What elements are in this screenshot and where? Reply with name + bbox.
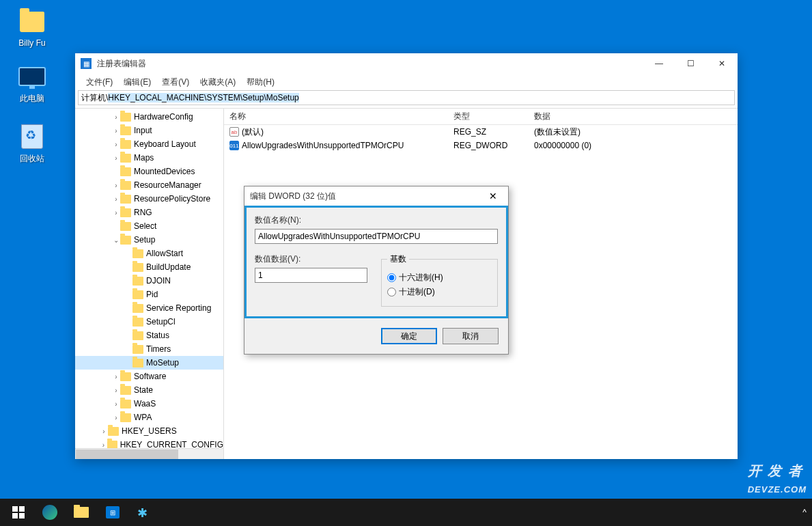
chevron-icon[interactable]: › xyxy=(112,414,120,421)
tree-node-input[interactable]: ›Input xyxy=(75,124,223,137)
value-type-icon: ab xyxy=(229,127,239,137)
system-tray[interactable]: ^ xyxy=(802,499,807,526)
radio-hex-row[interactable]: 十六进制(H) xyxy=(387,272,492,283)
tree-node-waas[interactable]: ›WaaS xyxy=(75,397,223,411)
desktop-icon-user[interactable]: Billy Fu xyxy=(8,8,56,48)
radio-dec-row[interactable]: 十进制(D) xyxy=(387,286,492,298)
tree-node-wpa[interactable]: ›WPA xyxy=(75,411,223,424)
desktop-icon-label: Billy Fu xyxy=(8,38,56,48)
tree-node-timers[interactable]: Timers xyxy=(75,342,223,356)
chevron-icon[interactable]: › xyxy=(100,428,108,435)
recycle-icon xyxy=(18,123,46,150)
ok-button[interactable]: 确定 xyxy=(381,328,437,344)
chevron-icon[interactable]: › xyxy=(112,373,120,380)
chevron-icon[interactable]: › xyxy=(112,127,120,135)
dialog-close-button[interactable]: ✕ xyxy=(484,191,503,202)
radio-dec[interactable] xyxy=(387,288,396,296)
chevron-icon[interactable]: › xyxy=(112,154,120,162)
maximize-button[interactable]: ☐ xyxy=(675,53,706,74)
tree-node-hkey-users[interactable]: ›HKEY_USERS xyxy=(75,424,223,438)
tree-node-setupcl[interactable]: SetupCl xyxy=(75,315,223,329)
tree-node-state[interactable]: ›State xyxy=(75,383,223,397)
chevron-icon[interactable]: › xyxy=(112,113,120,121)
tree-node-resourcemanager[interactable]: ›ResourceManager xyxy=(75,178,223,192)
menu-file[interactable]: 文件(F) xyxy=(81,75,118,89)
tree-node-select[interactable]: Select xyxy=(75,219,223,233)
tree-node-status[interactable]: Status xyxy=(75,329,223,342)
folder-icon xyxy=(120,386,131,395)
desktop-icon-label: 此电脑 xyxy=(8,93,56,105)
chevron-icon[interactable]: › xyxy=(112,141,120,148)
tree-node-service-reporting[interactable]: Service Reporting xyxy=(75,301,223,315)
menubar: 文件(F) 编辑(E) 查看(V) 收藏夹(A) 帮助(H) xyxy=(75,74,738,90)
tree-node-djoin[interactable]: DJOIN xyxy=(75,274,223,288)
tree-node-allowstart[interactable]: AllowStart xyxy=(75,247,223,260)
tree-node-pid[interactable]: Pid xyxy=(75,288,223,301)
chevron-icon[interactable]: ⌄ xyxy=(112,236,120,244)
chevron-icon[interactable]: › xyxy=(112,400,120,408)
tree-panel[interactable]: ›HardwareConfig›Input›Keyboard Layout›Ma… xyxy=(75,109,224,459)
tree-node-label: Setup xyxy=(134,235,155,245)
value-data-label: 数值数据(V): xyxy=(255,253,367,265)
value-name-input[interactable] xyxy=(255,229,498,244)
address-bar[interactable]: 计算机\HKEY_LOCAL_MACHINE\SYSTEM\Setup\MoSe… xyxy=(78,90,735,105)
tree-node-label: Service Reporting xyxy=(146,303,211,313)
value-name: AllowUpgradesWithUnsupportedTPMOrCPU xyxy=(242,141,404,150)
folder-icon xyxy=(120,181,131,190)
chevron-icon[interactable]: › xyxy=(112,387,120,394)
taskbar-explorer[interactable] xyxy=(66,499,97,526)
col-name[interactable]: 名称 xyxy=(224,111,448,122)
tree-node-label: WaaS xyxy=(134,399,156,409)
value-type: REG_DWORD xyxy=(448,141,529,150)
menu-help[interactable]: 帮助(H) xyxy=(241,75,280,89)
chevron-icon[interactable]: › xyxy=(112,195,120,203)
start-button[interactable] xyxy=(3,499,34,526)
menu-edit[interactable]: 编辑(E) xyxy=(118,75,156,89)
chevron-icon[interactable]: › xyxy=(100,441,107,449)
tree-node-label: Input xyxy=(134,126,152,135)
scrollbar-thumb[interactable] xyxy=(76,449,178,459)
value-data-input[interactable] xyxy=(255,268,367,283)
tree-node-label: Keyboard Layout xyxy=(134,139,196,149)
chevron-icon[interactable]: › xyxy=(112,182,120,189)
chevron-icon[interactable]: › xyxy=(112,209,120,217)
tree-node-hardwareconfig[interactable]: ›HardwareConfig xyxy=(75,110,223,124)
tree-node-mosetup[interactable]: MoSetup xyxy=(75,356,223,370)
cancel-button[interactable]: 取消 xyxy=(443,328,499,344)
tree-node-resourcepolicystore[interactable]: ›ResourcePolicyStore xyxy=(75,192,223,206)
list-row[interactable]: ab(默认)REG_SZ(数值未设置) xyxy=(224,125,738,139)
path-highlight: HKEY_LOCAL_MACHINE\SYSTEM\Setup\MoSetup xyxy=(108,93,298,102)
list-row[interactable]: 011AllowUpgradesWithUnsupportedTPMOrCPUR… xyxy=(224,139,738,152)
tree-node-label: Timers xyxy=(146,344,171,354)
tree-node-maps[interactable]: ›Maps xyxy=(75,151,223,165)
tree-node-keyboard-layout[interactable]: ›Keyboard Layout xyxy=(75,137,223,151)
col-data[interactable]: 数据 xyxy=(529,111,738,122)
tree-node-label: ResourceManager xyxy=(134,180,201,190)
menu-favorites[interactable]: 收藏夹(A) xyxy=(195,75,241,89)
folder-icon xyxy=(132,304,143,313)
col-type[interactable]: 类型 xyxy=(448,111,529,122)
folder-icon xyxy=(120,222,131,231)
taskbar[interactable]: ⊞ ✱ xyxy=(0,499,812,526)
taskbar-store[interactable]: ⊞ xyxy=(97,499,128,526)
desktop-icon-pc[interactable]: 此电脑 xyxy=(8,63,56,105)
minimize-button[interactable]: — xyxy=(643,53,675,74)
titlebar[interactable]: ▦ 注册表编辑器 — ☐ ✕ xyxy=(75,53,738,74)
close-button[interactable]: ✕ xyxy=(706,53,738,74)
menu-view[interactable]: 查看(V) xyxy=(156,75,195,89)
taskbar-edge[interactable] xyxy=(34,499,66,526)
tree-node-software[interactable]: ›Software xyxy=(75,370,223,383)
tree-node-buildupdate[interactable]: BuildUpdate xyxy=(75,260,223,274)
desktop-icon-recycle[interactable]: 回收站 xyxy=(8,123,56,165)
tree-node-mounteddevices[interactable]: MountedDevices xyxy=(75,165,223,178)
radio-dec-label: 十进制(D) xyxy=(399,286,435,298)
tray-chevron-icon[interactable]: ^ xyxy=(802,508,807,517)
tree-node-setup[interactable]: ⌄Setup xyxy=(75,233,223,247)
radio-hex[interactable] xyxy=(387,273,396,282)
dialog-titlebar[interactable]: 编辑 DWORD (32 位)值 ✕ xyxy=(244,186,508,206)
horizontal-scrollbar[interactable] xyxy=(75,448,223,459)
folder-icon xyxy=(120,413,131,422)
taskbar-app[interactable]: ✱ xyxy=(128,499,160,526)
tree-node-rng[interactable]: ›RNG xyxy=(75,206,223,219)
tree-node-label: AllowStart xyxy=(146,249,183,258)
